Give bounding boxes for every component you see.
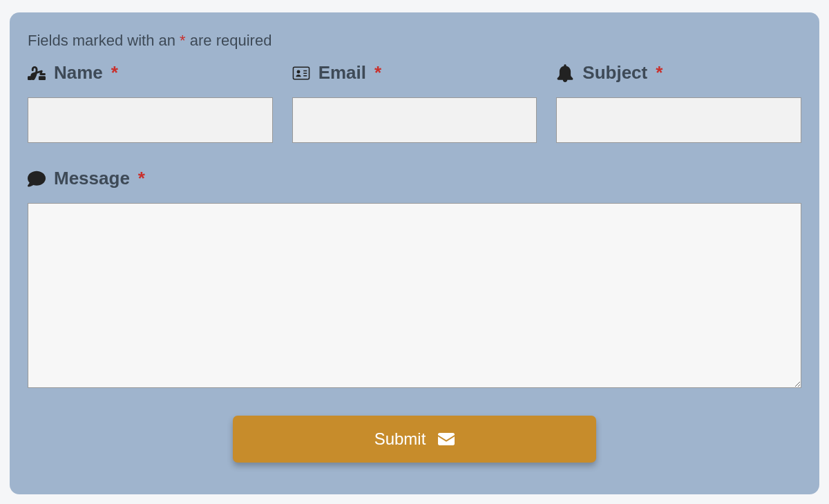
name-input[interactable] [28, 97, 273, 143]
envelope-icon [438, 433, 455, 445]
name-field-block: Name * [28, 62, 273, 143]
message-field-block: Message * [28, 168, 801, 391]
subject-input[interactable] [556, 97, 801, 143]
required-fields-note: Fields marked with an * are required [28, 32, 801, 50]
email-label: Email * [292, 62, 537, 84]
message-label-text: Message [54, 168, 130, 189]
note-prefix: Fields marked with an [28, 32, 180, 49]
subject-label: Subject * [556, 62, 801, 84]
submit-button-label: Submit [374, 429, 426, 449]
email-label-text: Email [318, 62, 366, 84]
email-field-block: Email * [292, 62, 537, 143]
email-required-marker: * [374, 62, 381, 84]
message-required-marker: * [138, 168, 145, 189]
subject-required-marker: * [656, 62, 663, 84]
email-input[interactable] [292, 97, 537, 143]
top-fields-row: Name * Email * Subject * [28, 62, 801, 143]
comment-icon [28, 170, 46, 188]
subject-field-block: Subject * [556, 62, 801, 143]
message-label: Message * [28, 168, 801, 189]
subject-label-text: Subject [582, 62, 647, 84]
svg-point-1 [296, 70, 300, 73]
name-required-marker: * [111, 62, 118, 84]
note-suffix: are required [186, 32, 272, 49]
address-card-icon [292, 64, 310, 82]
submit-row: Submit [28, 416, 801, 463]
signature-icon [28, 64, 46, 82]
message-textarea[interactable] [28, 203, 801, 388]
note-asterisk: * [180, 32, 186, 49]
name-label: Name * [28, 62, 273, 84]
submit-button[interactable]: Submit [233, 416, 596, 463]
bell-icon [556, 64, 574, 82]
contact-form-panel: Fields marked with an * are required Nam… [10, 12, 819, 494]
name-label-text: Name [54, 62, 103, 84]
